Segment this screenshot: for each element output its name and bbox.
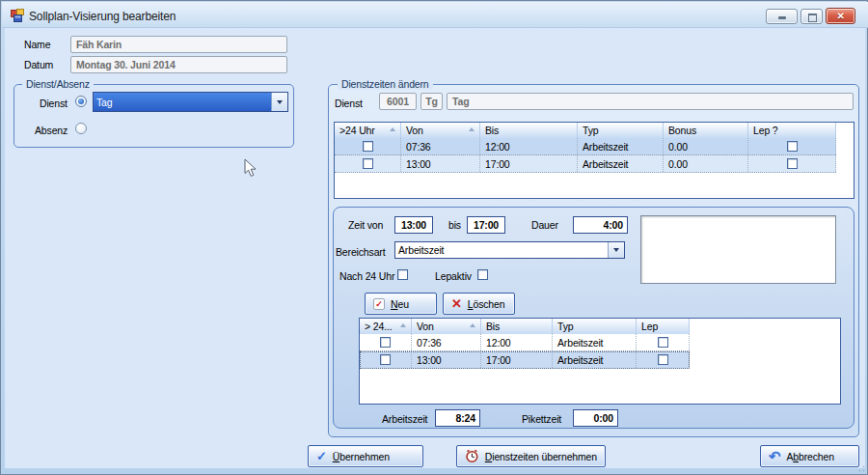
bereichsart-label: Bereichsart bbox=[336, 246, 385, 259]
arbeitszeit-field[interactable]: 8:24 bbox=[435, 409, 480, 427]
col-typ[interactable]: Typ bbox=[578, 123, 664, 138]
checkbox[interactable] bbox=[380, 337, 391, 348]
maximize-button[interactable] bbox=[800, 9, 823, 24]
dienst-combo-dropdown-icon[interactable] bbox=[271, 93, 287, 111]
datum-field[interactable]: Montag 30. Juni 2014 bbox=[70, 56, 287, 73]
nach24-checkbox[interactable] bbox=[397, 269, 408, 280]
table-row[interactable]: 13:00 17:00 Arbeitszeit 0.00 bbox=[335, 155, 836, 173]
bereichsart-combo-dropdown-icon[interactable] bbox=[608, 242, 624, 258]
check-icon: ✓ bbox=[316, 450, 327, 462]
dienst-short-field[interactable]: Tg bbox=[420, 93, 443, 110]
checkbox[interactable] bbox=[787, 141, 798, 152]
von-cell: 13:00 bbox=[401, 155, 480, 172]
table-row[interactable]: 07:36 12:00 Arbeitszeit bbox=[360, 334, 690, 351]
delete-icon: ✕ bbox=[451, 297, 462, 310]
typ-cell: Arbeitszeit bbox=[553, 334, 637, 350]
dienst-combo-value: Tag bbox=[94, 93, 271, 111]
row-24-cell bbox=[360, 334, 412, 350]
bereichsart-combo-value: Arbeitszeit bbox=[395, 242, 608, 258]
dienstzeiten-table: >24 Uhr Von Bis Typ Bonus Lep ? 07:36 12… bbox=[334, 122, 854, 199]
typ-cell: Arbeitszeit bbox=[578, 155, 664, 172]
neu-button[interactable]: ✓ Neu bbox=[365, 293, 437, 315]
dienst-radio[interactable] bbox=[75, 96, 87, 107]
dauer-label: Dauer bbox=[531, 219, 558, 232]
bis-label: bis bbox=[448, 219, 461, 232]
title-bar: Sollplan-Visierung bearbeiten bbox=[2, 2, 868, 28]
sort-asc-icon bbox=[400, 323, 406, 327]
checkbox[interactable] bbox=[658, 354, 668, 365]
bonus-cell: 0.00 bbox=[664, 155, 748, 172]
col-filler bbox=[690, 319, 840, 334]
bis-cell: 17:00 bbox=[481, 351, 553, 368]
dienst-absenz-group-label: Dienst/Absenz bbox=[22, 78, 94, 90]
table-row-selected[interactable]: 13:00 17:00 Arbeitszeit bbox=[360, 351, 690, 369]
info-listbox[interactable] bbox=[640, 215, 836, 284]
checkbox[interactable] bbox=[363, 141, 373, 152]
absenz-radio[interactable] bbox=[75, 123, 87, 134]
dienst-name-field[interactable]: Tag bbox=[447, 93, 854, 110]
dialog-window: Sollplan-Visierung bearbeiten Name Fäh K… bbox=[0, 0, 868, 475]
lepaktiv-label: Lepaktiv bbox=[435, 270, 472, 283]
von-cell: 07:36 bbox=[401, 138, 480, 154]
lep-cell bbox=[748, 138, 836, 154]
col-filler bbox=[836, 123, 854, 138]
dialog-client-area: Name Fäh Karin Datum Montag 30. Juni 201… bbox=[5, 28, 865, 468]
checkbox[interactable] bbox=[658, 337, 668, 348]
bereichsart-combo[interactable]: Arbeitszeit bbox=[394, 241, 625, 259]
col-von[interactable]: Von bbox=[412, 319, 481, 334]
abbrechen-button[interactable]: ↶ Abbrechen bbox=[760, 445, 859, 467]
row-24-cell bbox=[360, 351, 412, 368]
undo-icon: ↶ bbox=[769, 449, 780, 463]
uebernehmen-button[interactable]: ✓ Übernehmen bbox=[308, 445, 423, 467]
dienst-radio-label: Dienst bbox=[40, 98, 68, 110]
col-lep[interactable]: Lep bbox=[637, 319, 690, 334]
col-24[interactable]: > 24... bbox=[360, 319, 412, 334]
typ-cell: Arbeitszeit bbox=[578, 138, 664, 154]
editor-table-header: > 24... Von Bis Typ Lep bbox=[360, 319, 840, 334]
window-title: Sollplan-Visierung bearbeiten bbox=[29, 10, 176, 23]
col-lep[interactable]: Lep ? bbox=[748, 123, 836, 138]
dienstzeiten-group-label: Dienstzeiten ändern bbox=[338, 78, 433, 90]
col-24uhr[interactable]: >24 Uhr bbox=[335, 123, 401, 138]
zeit-von-label: Zeit von bbox=[348, 219, 383, 232]
lep-cell bbox=[748, 155, 836, 172]
pikettzeit-field[interactable]: 0:00 bbox=[573, 409, 618, 427]
col-bonus[interactable]: Bonus bbox=[664, 123, 748, 138]
bis-cell: 12:00 bbox=[481, 334, 553, 350]
pikettzeit-label: Pikettzeit bbox=[522, 413, 561, 426]
resize-grip[interactable] bbox=[855, 462, 865, 472]
bis-cell: 12:00 bbox=[480, 138, 578, 154]
dienstzeiten-table-header: >24 Uhr Von Bis Typ Bonus Lep ? bbox=[335, 123, 854, 138]
checkbox[interactable] bbox=[787, 158, 798, 169]
dienst-combo[interactable]: Tag bbox=[93, 92, 288, 112]
loeschen-button[interactable]: ✕ Löschen bbox=[443, 293, 515, 315]
name-label: Name bbox=[24, 39, 50, 51]
col-typ[interactable]: Typ bbox=[553, 319, 637, 334]
col-bis[interactable]: Bis bbox=[480, 123, 578, 138]
dienst-code-field[interactable]: 6001 bbox=[379, 93, 417, 110]
zeit-von-input[interactable]: 13:00 bbox=[394, 216, 433, 234]
col-von[interactable]: Von bbox=[401, 123, 480, 138]
datum-label: Datum bbox=[24, 59, 53, 71]
name-field[interactable]: Fäh Karin bbox=[70, 36, 287, 53]
editor-table: > 24... Von Bis Typ Lep 07:36 12:00 Arbe… bbox=[359, 318, 841, 405]
checkbox[interactable] bbox=[380, 354, 391, 365]
close-button[interactable] bbox=[826, 8, 855, 24]
absenz-radio-label: Absenz bbox=[35, 125, 68, 137]
von-cell: 07:36 bbox=[412, 334, 481, 350]
von-cell: 13:00 bbox=[412, 351, 481, 368]
sort-asc-icon bbox=[469, 127, 475, 131]
bis-input[interactable]: 17:00 bbox=[467, 216, 505, 234]
checkbox[interactable] bbox=[363, 158, 373, 169]
col-bis[interactable]: Bis bbox=[481, 319, 553, 334]
row-24uhr-cell bbox=[335, 138, 401, 154]
table-row[interactable]: 07:36 12:00 Arbeitszeit 0.00 bbox=[335, 138, 836, 155]
typ-cell: Arbeitszeit bbox=[553, 351, 637, 368]
dauer-input[interactable]: 4:00 bbox=[573, 216, 628, 234]
dienstzeiten-uebernehmen-button[interactable]: Dienstzeiten übernehmen bbox=[456, 445, 606, 467]
minimize-button[interactable] bbox=[766, 9, 798, 24]
lepaktiv-checkbox[interactable] bbox=[477, 269, 488, 280]
bis-cell: 17:00 bbox=[480, 155, 578, 172]
new-entry-icon: ✓ bbox=[373, 298, 385, 310]
sort-asc-icon bbox=[470, 323, 475, 327]
